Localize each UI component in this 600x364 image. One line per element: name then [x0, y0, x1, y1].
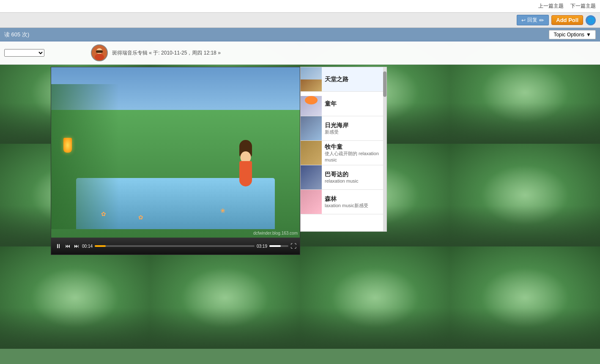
flower-2: ✿: [138, 214, 143, 221]
playlist-info-6: 森林 laxation music新感受: [322, 190, 386, 214]
progress-bar[interactable]: [95, 245, 255, 247]
playlist-title-6: 森林: [325, 195, 384, 203]
media-player: ✿ ✿ ❀ dcfwinder.blog.163.com ⏸ ⏮ ⏭ 00:14…: [51, 67, 300, 255]
topic-options-label: Topic Options: [553, 32, 584, 38]
playlist-title-5: 巴哥达的: [325, 170, 384, 178]
forest-tile-10: [150, 246, 300, 349]
playlist-info-3: 日光海岸 新感受: [322, 116, 386, 140]
playlist-scrollbar[interactable]: [383, 67, 386, 231]
playlist-sub-3: 新感受: [325, 129, 384, 135]
video-content[interactable]: ✿ ✿ ❀ dcfwinder.blog.163.com: [51, 67, 300, 238]
tree-left: [51, 84, 119, 229]
playlist-thumb-4: [301, 141, 322, 165]
add-poll-button[interactable]: Add Poll: [551, 15, 583, 25]
playlist-info-2: 童年: [322, 92, 386, 116]
lantern-decoration: [63, 138, 72, 153]
fullscreen-button[interactable]: ⛶: [290, 243, 296, 249]
chevron-down-icon: ▼: [586, 32, 591, 38]
post-end-label: »: [218, 50, 221, 56]
action-bar: ↩ 回复 ✏ Add Poll 🌐: [0, 13, 600, 28]
playlist-sub-6: laxation music新感受: [325, 203, 384, 208]
playlist-sub-4: 使人心疏开朗的 relaxation music: [325, 151, 384, 163]
progress-fill: [95, 245, 106, 247]
playlist-item-1[interactable]: 天堂之路: [301, 67, 386, 92]
playlist-thumb-2: [301, 92, 322, 116]
forest-tile-9: [0, 246, 150, 349]
avatar-image: [92, 45, 107, 60]
sort-select[interactable]: 选项1 选项2: [4, 49, 44, 57]
svg-point-2: [95, 54, 104, 60]
playlist-item-3[interactable]: 日光海岸 新感受: [301, 116, 386, 141]
next-topic-link[interactable]: 下一篇主题: [570, 3, 596, 10]
playlist-title-3: 日光海岸: [325, 121, 384, 129]
svg-rect-3: [96, 50, 103, 53]
playlist-thumb-6: [301, 190, 322, 214]
avatar: [91, 44, 108, 61]
playlist-title-2: 童年: [325, 100, 384, 107]
playlist-title-4: 牧牛童: [325, 143, 384, 151]
forest-tile-12: [450, 246, 600, 349]
volume-fill: [269, 245, 281, 247]
playlist-thumb-3: [301, 116, 322, 140]
topic-read-count: 读 605 次): [4, 31, 29, 38]
post-row: 选项1 选项2 斑得瑞音乐专辑 « 于: 2010-11-25，周四 12:18…: [0, 41, 600, 65]
flower-3: ❀: [220, 207, 225, 214]
reply-button[interactable]: ↩ 回复 ✏: [517, 15, 549, 25]
pause-button[interactable]: ⏸: [55, 243, 62, 249]
post-meta: 斑得瑞音乐专辑 « 于: 2010-11-25，周四 12:18 »: [112, 49, 221, 57]
playlist-sub-5: relaxation music: [325, 178, 384, 184]
playlist-panel: 天堂之路 童年 日光海岸 新感受: [300, 67, 387, 232]
total-time: 03:19: [257, 244, 267, 249]
playlist-info-5: 巴哥达的 relaxation music: [322, 165, 386, 189]
reply-icon: ↩: [521, 17, 526, 23]
post-timestamp: 2010-11-25，周四 12:18: [161, 50, 216, 56]
video-controls: ⏸ ⏮ ⏭ 00:14 03:19 ⛶: [51, 238, 300, 255]
flower-1: ✿: [101, 211, 106, 217]
forest-tile-8: [450, 144, 600, 246]
prev-topic-link[interactable]: 上一篇主题: [538, 3, 564, 10]
topic-options-button[interactable]: Topic Options ▼: [549, 30, 596, 39]
globe-button[interactable]: 🌐: [586, 15, 596, 25]
playlist-info-1: 天堂之路: [322, 67, 386, 91]
post-posted-label: « 于:: [149, 50, 159, 56]
top-navigation: 上一篇主题 下一篇主题: [0, 0, 600, 13]
playlist-info-4: 牧牛童 使人心疏开朗的 relaxation music: [322, 141, 386, 165]
next-button[interactable]: ⏭: [73, 243, 80, 249]
playlist-item-6[interactable]: 森林 laxation music新感受: [301, 190, 386, 214]
playlist-item-2[interactable]: 童年: [301, 92, 386, 116]
playlist-scrollbar-thumb: [383, 71, 386, 97]
playlist-title-1: 天堂之路: [325, 75, 384, 83]
current-time: 00:14: [82, 244, 93, 249]
prev-button[interactable]: ⏮: [64, 243, 71, 249]
pen-icon: ✏: [539, 17, 544, 24]
reply-label: 回复: [527, 16, 537, 24]
topic-bar: 读 605 次) Topic Options ▼: [0, 28, 600, 41]
playlist-item-5[interactable]: 巴哥达的 relaxation music: [301, 165, 386, 190]
playlist-thumb-5: [301, 165, 322, 189]
globe-icon: 🌐: [587, 17, 595, 24]
nav-links: 上一篇主题 下一篇主题: [538, 3, 596, 10]
post-author: 斑得瑞音乐专辑: [112, 50, 148, 56]
body: [239, 161, 252, 186]
playlist-item-4[interactable]: 牧牛童 使人心疏开朗的 relaxation music: [301, 141, 386, 165]
watermark: dcfwinder.blog.163.com: [253, 231, 298, 235]
forest-tile-11: [300, 246, 450, 349]
content-area: 选项1 选项2 斑得瑞音乐专辑 « 于: 2010-11-25，周四 12:18…: [0, 41, 600, 349]
volume-bar[interactable]: [269, 245, 288, 247]
girl-figure: [229, 136, 263, 186]
playlist-thumb-1: [301, 67, 322, 91]
